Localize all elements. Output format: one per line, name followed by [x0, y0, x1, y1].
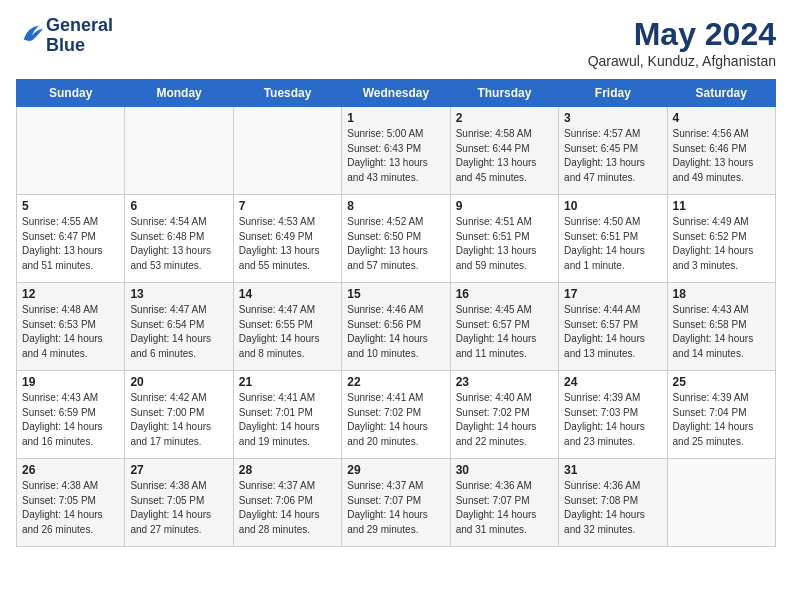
calendar-cell: 11Sunrise: 4:49 AM Sunset: 6:52 PM Dayli… — [667, 195, 775, 283]
logo: General Blue — [16, 16, 113, 56]
day-info: Sunrise: 4:36 AM Sunset: 7:08 PM Dayligh… — [564, 479, 661, 537]
calendar-header: SundayMondayTuesdayWednesdayThursdayFrid… — [17, 80, 776, 107]
calendar-cell: 31Sunrise: 4:36 AM Sunset: 7:08 PM Dayli… — [559, 459, 667, 547]
day-info: Sunrise: 4:39 AM Sunset: 7:03 PM Dayligh… — [564, 391, 661, 449]
calendar-cell: 29Sunrise: 4:37 AM Sunset: 7:07 PM Dayli… — [342, 459, 450, 547]
calendar-cell: 3Sunrise: 4:57 AM Sunset: 6:45 PM Daylig… — [559, 107, 667, 195]
weekday-header-wednesday: Wednesday — [342, 80, 450, 107]
day-info: Sunrise: 4:55 AM Sunset: 6:47 PM Dayligh… — [22, 215, 119, 273]
calendar-week-row: 1Sunrise: 5:00 AM Sunset: 6:43 PM Daylig… — [17, 107, 776, 195]
calendar-cell: 25Sunrise: 4:39 AM Sunset: 7:04 PM Dayli… — [667, 371, 775, 459]
calendar-cell — [667, 459, 775, 547]
day-info: Sunrise: 4:41 AM Sunset: 7:01 PM Dayligh… — [239, 391, 336, 449]
day-info: Sunrise: 4:38 AM Sunset: 7:05 PM Dayligh… — [130, 479, 227, 537]
calendar-cell: 16Sunrise: 4:45 AM Sunset: 6:57 PM Dayli… — [450, 283, 558, 371]
weekday-header-thursday: Thursday — [450, 80, 558, 107]
calendar-cell — [233, 107, 341, 195]
day-info: Sunrise: 4:58 AM Sunset: 6:44 PM Dayligh… — [456, 127, 553, 185]
day-number: 16 — [456, 287, 553, 301]
day-info: Sunrise: 4:53 AM Sunset: 6:49 PM Dayligh… — [239, 215, 336, 273]
day-number: 31 — [564, 463, 661, 477]
day-number: 13 — [130, 287, 227, 301]
day-info: Sunrise: 4:45 AM Sunset: 6:57 PM Dayligh… — [456, 303, 553, 361]
weekday-header-saturday: Saturday — [667, 80, 775, 107]
calendar-week-row: 19Sunrise: 4:43 AM Sunset: 6:59 PM Dayli… — [17, 371, 776, 459]
calendar-cell: 28Sunrise: 4:37 AM Sunset: 7:06 PM Dayli… — [233, 459, 341, 547]
day-info: Sunrise: 4:47 AM Sunset: 6:54 PM Dayligh… — [130, 303, 227, 361]
location-title: Qarawul, Kunduz, Afghanistan — [588, 53, 776, 69]
calendar-week-row: 5Sunrise: 4:55 AM Sunset: 6:47 PM Daylig… — [17, 195, 776, 283]
calendar-cell: 24Sunrise: 4:39 AM Sunset: 7:03 PM Dayli… — [559, 371, 667, 459]
day-number: 14 — [239, 287, 336, 301]
day-info: Sunrise: 5:00 AM Sunset: 6:43 PM Dayligh… — [347, 127, 444, 185]
calendar-cell — [125, 107, 233, 195]
day-number: 22 — [347, 375, 444, 389]
weekday-header-row: SundayMondayTuesdayWednesdayThursdayFrid… — [17, 80, 776, 107]
day-info: Sunrise: 4:46 AM Sunset: 6:56 PM Dayligh… — [347, 303, 444, 361]
calendar-cell: 2Sunrise: 4:58 AM Sunset: 6:44 PM Daylig… — [450, 107, 558, 195]
day-info: Sunrise: 4:56 AM Sunset: 6:46 PM Dayligh… — [673, 127, 770, 185]
day-number: 28 — [239, 463, 336, 477]
day-info: Sunrise: 4:57 AM Sunset: 6:45 PM Dayligh… — [564, 127, 661, 185]
calendar-cell: 15Sunrise: 4:46 AM Sunset: 6:56 PM Dayli… — [342, 283, 450, 371]
weekday-header-sunday: Sunday — [17, 80, 125, 107]
calendar-cell — [17, 107, 125, 195]
day-number: 23 — [456, 375, 553, 389]
day-info: Sunrise: 4:37 AM Sunset: 7:07 PM Dayligh… — [347, 479, 444, 537]
day-number: 21 — [239, 375, 336, 389]
weekday-header-tuesday: Tuesday — [233, 80, 341, 107]
day-number: 24 — [564, 375, 661, 389]
day-info: Sunrise: 4:43 AM Sunset: 6:58 PM Dayligh… — [673, 303, 770, 361]
day-number: 10 — [564, 199, 661, 213]
calendar-cell: 8Sunrise: 4:52 AM Sunset: 6:50 PM Daylig… — [342, 195, 450, 283]
day-info: Sunrise: 4:54 AM Sunset: 6:48 PM Dayligh… — [130, 215, 227, 273]
day-info: Sunrise: 4:40 AM Sunset: 7:02 PM Dayligh… — [456, 391, 553, 449]
calendar-cell: 18Sunrise: 4:43 AM Sunset: 6:58 PM Dayli… — [667, 283, 775, 371]
calendar-cell: 26Sunrise: 4:38 AM Sunset: 7:05 PM Dayli… — [17, 459, 125, 547]
day-number: 15 — [347, 287, 444, 301]
calendar-body: 1Sunrise: 5:00 AM Sunset: 6:43 PM Daylig… — [17, 107, 776, 547]
day-info: Sunrise: 4:43 AM Sunset: 6:59 PM Dayligh… — [22, 391, 119, 449]
month-title: May 2024 — [588, 16, 776, 53]
day-number: 30 — [456, 463, 553, 477]
day-info: Sunrise: 4:36 AM Sunset: 7:07 PM Dayligh… — [456, 479, 553, 537]
day-number: 25 — [673, 375, 770, 389]
calendar-cell: 14Sunrise: 4:47 AM Sunset: 6:55 PM Dayli… — [233, 283, 341, 371]
calendar-week-row: 12Sunrise: 4:48 AM Sunset: 6:53 PM Dayli… — [17, 283, 776, 371]
day-number: 4 — [673, 111, 770, 125]
day-number: 8 — [347, 199, 444, 213]
day-info: Sunrise: 4:42 AM Sunset: 7:00 PM Dayligh… — [130, 391, 227, 449]
day-info: Sunrise: 4:48 AM Sunset: 6:53 PM Dayligh… — [22, 303, 119, 361]
page-header: General Blue May 2024 Qarawul, Kunduz, A… — [16, 16, 776, 69]
calendar-cell: 9Sunrise: 4:51 AM Sunset: 6:51 PM Daylig… — [450, 195, 558, 283]
day-number: 20 — [130, 375, 227, 389]
calendar-cell: 1Sunrise: 5:00 AM Sunset: 6:43 PM Daylig… — [342, 107, 450, 195]
calendar-cell: 22Sunrise: 4:41 AM Sunset: 7:02 PM Dayli… — [342, 371, 450, 459]
calendar-cell: 19Sunrise: 4:43 AM Sunset: 6:59 PM Dayli… — [17, 371, 125, 459]
weekday-header-friday: Friday — [559, 80, 667, 107]
day-info: Sunrise: 4:47 AM Sunset: 6:55 PM Dayligh… — [239, 303, 336, 361]
day-number: 2 — [456, 111, 553, 125]
calendar-week-row: 26Sunrise: 4:38 AM Sunset: 7:05 PM Dayli… — [17, 459, 776, 547]
calendar-table: SundayMondayTuesdayWednesdayThursdayFrid… — [16, 79, 776, 547]
day-number: 26 — [22, 463, 119, 477]
title-block: May 2024 Qarawul, Kunduz, Afghanistan — [588, 16, 776, 69]
calendar-cell: 21Sunrise: 4:41 AM Sunset: 7:01 PM Dayli… — [233, 371, 341, 459]
calendar-cell: 13Sunrise: 4:47 AM Sunset: 6:54 PM Dayli… — [125, 283, 233, 371]
day-number: 27 — [130, 463, 227, 477]
logo-icon — [18, 20, 46, 48]
calendar-cell: 30Sunrise: 4:36 AM Sunset: 7:07 PM Dayli… — [450, 459, 558, 547]
day-info: Sunrise: 4:44 AM Sunset: 6:57 PM Dayligh… — [564, 303, 661, 361]
day-number: 11 — [673, 199, 770, 213]
logo-text: General Blue — [46, 16, 113, 56]
calendar-cell: 20Sunrise: 4:42 AM Sunset: 7:00 PM Dayli… — [125, 371, 233, 459]
day-number: 1 — [347, 111, 444, 125]
day-number: 6 — [130, 199, 227, 213]
calendar-cell: 4Sunrise: 4:56 AM Sunset: 6:46 PM Daylig… — [667, 107, 775, 195]
day-number: 12 — [22, 287, 119, 301]
calendar-cell: 6Sunrise: 4:54 AM Sunset: 6:48 PM Daylig… — [125, 195, 233, 283]
day-number: 29 — [347, 463, 444, 477]
day-number: 3 — [564, 111, 661, 125]
day-info: Sunrise: 4:38 AM Sunset: 7:05 PM Dayligh… — [22, 479, 119, 537]
calendar-cell: 23Sunrise: 4:40 AM Sunset: 7:02 PM Dayli… — [450, 371, 558, 459]
